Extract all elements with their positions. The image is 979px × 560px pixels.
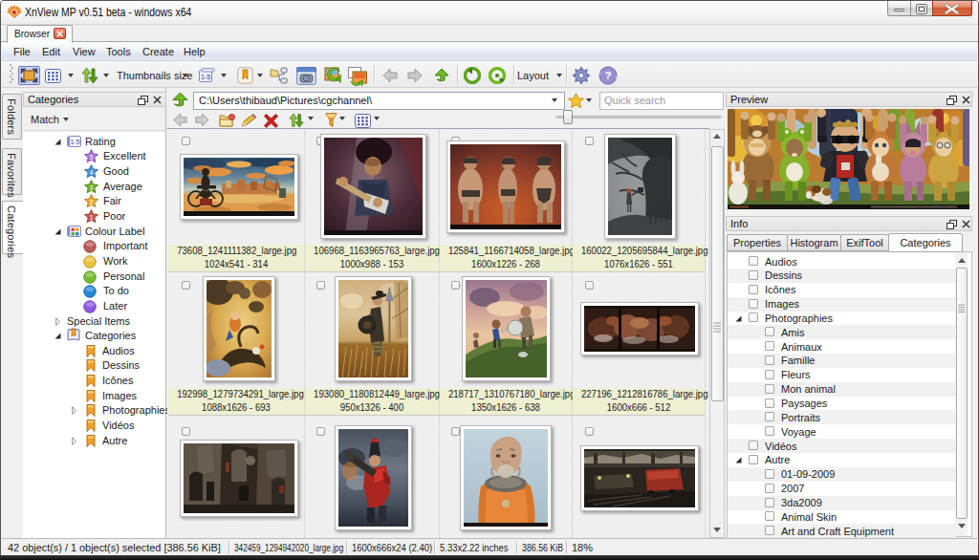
svg-text:?: ? xyxy=(605,70,612,81)
svg-text:1-5: 1-5 xyxy=(70,139,79,145)
svg-text:1-5: 1-5 xyxy=(201,74,210,80)
svg-text:5: 5 xyxy=(90,154,94,161)
svg-text:4: 4 xyxy=(90,169,94,176)
svg-text:2: 2 xyxy=(90,199,94,205)
svg-text:3: 3 xyxy=(90,184,94,191)
svg-text:1: 1 xyxy=(90,214,94,221)
